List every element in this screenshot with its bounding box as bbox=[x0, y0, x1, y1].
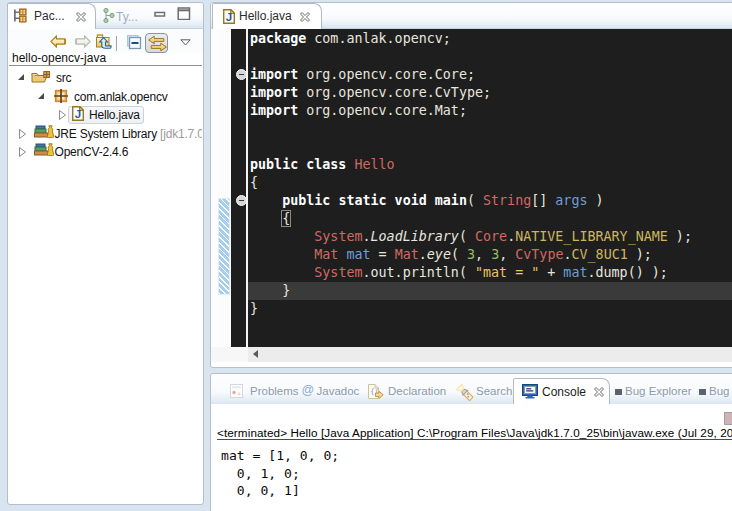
code-line-11[interactable]: { bbox=[248, 210, 732, 228]
code-token-num: 3 bbox=[467, 247, 475, 262]
code-line-10[interactable]: public static void main( String[] args ) bbox=[248, 192, 732, 210]
code-line-4[interactable]: import org.opencv.core.CvType; bbox=[248, 84, 732, 102]
svg-text:J: J bbox=[75, 108, 81, 120]
scroll-left-icon[interactable] bbox=[253, 350, 258, 358]
code-line-7[interactable] bbox=[248, 138, 732, 156]
code-token-cls: Mat bbox=[314, 247, 338, 262]
code-line-3[interactable]: import org.opencv.core.Core; bbox=[248, 66, 732, 84]
code-token-pl: + bbox=[539, 265, 563, 280]
code-token-var: mat bbox=[563, 265, 587, 280]
tree-item-com-anlak-opencv[interactable]: com.anlak.opencv bbox=[8, 88, 202, 107]
tree-item-label: JRE System Library [jdk1.7.0_25] bbox=[55, 127, 203, 141]
link-with-editor-button[interactable] bbox=[145, 33, 168, 53]
tree-item-jre-system-library[interactable]: JRE System Library [jdk1.7.0_25] bbox=[8, 125, 202, 144]
code-token-pl: org.opencv.core.CvType; bbox=[298, 85, 491, 100]
code-token-const: CV_8UC1 bbox=[572, 247, 628, 262]
code-token-pl bbox=[250, 229, 314, 244]
code-token-kw: public static void main bbox=[282, 193, 467, 208]
close-icon[interactable] bbox=[593, 386, 605, 398]
tree-item-hello-java[interactable]: JHello.java bbox=[8, 106, 202, 125]
code-token-var: mat bbox=[346, 247, 370, 262]
project-name[interactable]: hello-opencv-java bbox=[12, 53, 106, 63]
code-line-2[interactable] bbox=[248, 48, 732, 66]
forward-arrow-icon[interactable] bbox=[75, 35, 91, 48]
tree-item-label: Hello.java bbox=[89, 108, 140, 122]
code-line-15[interactable]: } bbox=[248, 282, 732, 300]
code-token-pl: , bbox=[499, 247, 515, 262]
tab-console-label[interactable]: Console bbox=[542, 385, 586, 401]
code-token-cls: String bbox=[483, 193, 531, 208]
horizontal-scrollbar[interactable] bbox=[211, 347, 732, 362]
close-icon[interactable] bbox=[75, 11, 87, 23]
collapse-all-icon[interactable] bbox=[126, 35, 142, 50]
back-arrow-icon[interactable] bbox=[50, 35, 66, 48]
view-menu-icon[interactable] bbox=[180, 39, 191, 46]
range-indicator bbox=[218, 198, 230, 295]
code-token-pl bbox=[250, 247, 314, 262]
package-explorer-panel: Pac... Ty... bbox=[7, 2, 204, 505]
code-token-pl: . bbox=[507, 229, 515, 244]
code-token-pl: . bbox=[419, 247, 427, 262]
code-token-sm: eye bbox=[427, 247, 451, 262]
code-token-pl: , bbox=[475, 247, 491, 262]
folding-ruler bbox=[231, 29, 246, 347]
code-line-5[interactable]: import org.opencv.core.Mat; bbox=[248, 102, 732, 120]
tab-search-label[interactable]: Search bbox=[476, 385, 512, 401]
code-token-kw: import bbox=[250, 85, 298, 100]
tree-item-src[interactable]: src bbox=[8, 69, 202, 88]
remove-launch-icon[interactable] bbox=[724, 412, 732, 425]
eclipse-window: Pac... Ty... bbox=[0, 0, 732, 511]
toolbar-separator bbox=[116, 36, 117, 51]
up-folder-icon[interactable] bbox=[96, 34, 113, 50]
tree-item-opencv-2-4-6[interactable]: OpenCV-2.4.6 bbox=[8, 143, 202, 162]
tab-bug-explorer-label[interactable]: Bug Explorer bbox=[625, 385, 691, 401]
code-token-sm: LoadLibrary bbox=[371, 229, 459, 244]
code-token-str: "mat = " bbox=[475, 265, 539, 280]
collapsed-arrow-icon[interactable] bbox=[18, 146, 27, 158]
type-hierarchy-icon[interactable] bbox=[103, 8, 115, 23]
problems-icon bbox=[230, 384, 245, 398]
tab-package-explorer[interactable]: Pac... bbox=[7, 3, 96, 29]
code-line-8[interactable]: public class Hello bbox=[248, 156, 732, 174]
tab-javadoc-label[interactable]: Javadoc bbox=[317, 385, 360, 401]
code-token-const: NATIVE_LIBRARY_NAME bbox=[515, 229, 668, 244]
code-line-14[interactable]: System.out.println( "mat = " + mat.dump(… bbox=[248, 264, 732, 282]
tab-package-explorer-label: Pac... bbox=[34, 9, 65, 23]
code-token-kw: public class bbox=[250, 157, 354, 172]
collapsed-arrow-icon[interactable] bbox=[58, 109, 67, 121]
tab-bug-label[interactable]: Bug bbox=[709, 385, 729, 401]
code-token-pl bbox=[250, 211, 282, 226]
horizontal-scrollbar-track[interactable] bbox=[248, 347, 732, 362]
tab-problems-label[interactable]: Problems bbox=[250, 385, 299, 401]
code-token-pl: } bbox=[250, 283, 290, 298]
editor-panel: J Hello.java package com.anlak.opencv;im… bbox=[210, 2, 732, 368]
tab-declaration-label[interactable]: Declaration bbox=[388, 385, 446, 401]
code-line-1[interactable]: package com.anlak.opencv; bbox=[248, 30, 732, 48]
code-line-9[interactable]: { bbox=[248, 174, 732, 192]
expanded-arrow-icon[interactable] bbox=[18, 74, 24, 80]
code-line-16[interactable]: } bbox=[248, 300, 732, 318]
console-output[interactable]: mat = [1, 0, 0; 0, 1, 0; 0, 0, 1] bbox=[221, 447, 339, 500]
minimize-icon[interactable] bbox=[154, 9, 167, 19]
declaration-icon: {( bbox=[368, 384, 384, 400]
tab-hello-java[interactable]: J Hello.java bbox=[212, 3, 322, 29]
code-token-kw: import bbox=[250, 103, 298, 118]
tab-type-hierarchy-label[interactable]: Ty... bbox=[116, 10, 138, 24]
code-line-6[interactable] bbox=[248, 120, 732, 138]
code-token-pl: ( bbox=[467, 193, 483, 208]
collapsed-arrow-icon[interactable] bbox=[18, 128, 27, 140]
tree-item-label: src bbox=[56, 71, 71, 85]
package-explorer-tree: hello-opencv-java srccom.anlak.opencvJHe… bbox=[8, 53, 202, 503]
java-file-icon: J bbox=[223, 9, 235, 24]
maximize-icon[interactable] bbox=[177, 6, 191, 20]
code-line-12[interactable]: System.LoadLibrary( Core.NATIVE_LIBRARY_… bbox=[248, 228, 732, 246]
code-token-pl: { bbox=[250, 175, 258, 190]
tree-item-label: com.anlak.opencv bbox=[74, 90, 168, 104]
code-line-13[interactable]: Mat mat = Mat.eye( 3, 3, CvType.CV_8UC1 … bbox=[248, 246, 732, 264]
close-icon[interactable] bbox=[299, 11, 311, 23]
library-icon bbox=[34, 125, 55, 138]
code-area[interactable]: package com.anlak.opencv;import org.open… bbox=[248, 30, 732, 347]
code-token-pl: . bbox=[563, 247, 571, 262]
expanded-arrow-icon[interactable] bbox=[38, 93, 44, 99]
console-tabs: Problems@Javadoc{(DeclarationSearchConso… bbox=[211, 374, 732, 406]
